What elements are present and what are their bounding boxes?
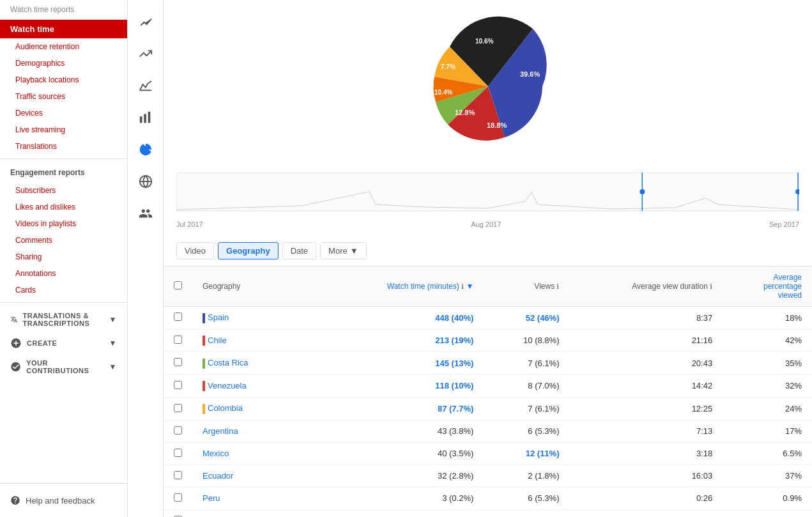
color-bar bbox=[203, 313, 205, 323]
geo-name-link[interactable]: Peru bbox=[203, 493, 220, 503]
row-checkbox[interactable] bbox=[174, 313, 182, 321]
table-cell-watch-time: 2 (0.2%) bbox=[321, 509, 484, 517]
icon-bar bbox=[128, 0, 164, 517]
translations-transcriptions-section[interactable]: TRANSLATIONS & TRANSCRIPTIONS ▼ bbox=[0, 307, 127, 332]
geo-name-link[interactable]: Chile bbox=[208, 336, 227, 345]
geo-name-link[interactable]: Spain bbox=[208, 313, 229, 322]
views-info-icon: ℹ bbox=[556, 282, 559, 290]
filter-video-btn[interactable]: Video bbox=[176, 242, 214, 259]
geo-name-link[interactable]: Venezuela bbox=[208, 381, 247, 390]
table-cell-avg-duration: 12:25 bbox=[569, 397, 723, 421]
table-cell-avg-duration: 20:43 bbox=[569, 352, 723, 375]
filter-date-btn[interactable]: Date bbox=[282, 242, 316, 259]
svg-rect-2 bbox=[139, 116, 142, 123]
table-row: Peru3 (0.2%)6 (5.3%)0:260.9% bbox=[164, 487, 812, 509]
filter-geography-btn[interactable]: Geography bbox=[218, 242, 279, 259]
table-cell-views: 6 (5.3%) bbox=[484, 420, 569, 442]
table-cell-avg-pct: 18% bbox=[723, 307, 812, 330]
pie-label-other: 10.6% bbox=[475, 38, 493, 45]
color-bar bbox=[203, 381, 205, 391]
table-cell-geography: Argentina bbox=[192, 420, 321, 442]
icon-bar-people[interactable] bbox=[130, 198, 161, 229]
icon-bar-trend-chart[interactable] bbox=[130, 38, 161, 69]
row-checkbox[interactable] bbox=[174, 336, 182, 344]
table-cell-watch-time: 43 (3.8%) bbox=[321, 420, 484, 442]
sidebar-item-watch-time[interactable]: Watch time bbox=[0, 20, 127, 38]
table-cell-avg-pct: 35% bbox=[723, 352, 812, 375]
table-cell-watch-time: 32 (2.8%) bbox=[321, 465, 484, 487]
table-cell-views: 7 (6.1%) bbox=[484, 352, 569, 375]
sort-arrow: ▼ bbox=[466, 282, 473, 291]
row-checkbox[interactable] bbox=[174, 404, 182, 412]
icon-bar-area-chart[interactable] bbox=[130, 70, 161, 101]
row-checkbox[interactable] bbox=[174, 449, 182, 457]
icon-bar-line-chart[interactable] bbox=[130, 6, 161, 37]
help-icon bbox=[10, 495, 20, 505]
geo-name-link[interactable]: Costa Rica bbox=[208, 358, 249, 367]
pie-label-colombia: 7.7% bbox=[441, 63, 456, 70]
table-cell-avg-duration: 0:26 bbox=[569, 487, 723, 509]
sidebar-item-audience-retention[interactable]: Audience retention bbox=[0, 38, 127, 55]
timeline-container: Jul 2017 Aug 2017 Sep 2017 bbox=[164, 173, 812, 229]
contributions-section[interactable]: YOUR CONTRIBUTIONS ▼ bbox=[0, 354, 127, 380]
icon-bar-bar-chart[interactable] bbox=[130, 102, 161, 133]
sidebar: Watch time reports Watch time Audience r… bbox=[0, 0, 128, 517]
geo-name-link[interactable]: Mexico bbox=[203, 449, 229, 458]
table-row: Colombia87 (7.7%)7 (6.1%)12:2524% bbox=[164, 397, 812, 421]
svg-point-9 bbox=[640, 189, 645, 194]
sidebar-item-live-streaming[interactable]: Live streaming bbox=[0, 121, 127, 138]
table-cell-watch-time: 213 (19%) bbox=[321, 329, 484, 352]
table-cell-views: 52 (46%) bbox=[484, 307, 569, 330]
expand-icon: ▼ bbox=[109, 315, 117, 324]
table-cell-watch-time: 3 (0.2%) bbox=[321, 487, 484, 509]
table-cell-geography: Venezuela bbox=[192, 374, 321, 397]
table-row: Chile213 (19%)10 (8.8%)21:1642% bbox=[164, 329, 812, 352]
table-cell-geography: Chile bbox=[192, 329, 321, 352]
row-checkbox[interactable] bbox=[174, 358, 182, 366]
table-cell-views: 10 (8.8%) bbox=[484, 329, 569, 352]
svg-rect-3 bbox=[144, 114, 146, 123]
row-checkbox[interactable] bbox=[174, 426, 182, 435]
geo-name-link[interactable]: Colombia bbox=[208, 403, 243, 413]
geo-name-link[interactable]: Ecuador bbox=[203, 471, 233, 481]
sidebar-item-cards[interactable]: Cards bbox=[0, 282, 127, 298]
watch-reports-header: Watch time reports bbox=[10, 5, 74, 14]
sidebar-item-subscribers[interactable]: Subscribers bbox=[0, 182, 127, 199]
table-cell-watch-time: 118 (10%) bbox=[321, 374, 484, 397]
sidebar-item-traffic-sources[interactable]: Traffic sources bbox=[0, 88, 127, 105]
col-header-views[interactable]: Views ℹ bbox=[484, 266, 569, 307]
create-section[interactable]: CREATE ▼ bbox=[0, 332, 127, 354]
sidebar-item-playback-locations[interactable]: Playback locations bbox=[0, 72, 127, 88]
col-header-avg-pct[interactable]: Averagepercentageviewed bbox=[723, 266, 812, 307]
icon-bar-globe[interactable] bbox=[130, 166, 161, 197]
table-cell-views: 1 (0.9%) bbox=[484, 509, 569, 517]
sidebar-item-devices[interactable]: Devices bbox=[0, 105, 127, 121]
row-checkbox[interactable] bbox=[174, 381, 182, 389]
table-cell-geography: Guatemala bbox=[192, 509, 321, 517]
geo-name-link[interactable]: Argentina bbox=[203, 426, 238, 436]
color-bar bbox=[203, 359, 205, 369]
sidebar-item-likes-dislikes[interactable]: Likes and dislikes bbox=[0, 199, 127, 215]
select-all-checkbox[interactable] bbox=[174, 281, 182, 289]
sidebar-item-sharing[interactable]: Sharing bbox=[0, 249, 127, 265]
col-header-avg-duration[interactable]: Average view duration ℹ bbox=[569, 266, 723, 307]
table-cell-avg-pct: 42% bbox=[723, 329, 812, 352]
table-row: Venezuela118 (10%)8 (7.0%)14:4232% bbox=[164, 374, 812, 397]
sidebar-item-demographics[interactable]: Demographics bbox=[0, 55, 127, 72]
sidebar-item-annotations[interactable]: Annotations bbox=[0, 265, 127, 282]
sidebar-item-comments[interactable]: Comments bbox=[0, 232, 127, 249]
table-cell-views: 8 (7.0%) bbox=[484, 374, 569, 397]
col-header-watch-time[interactable]: Watch time (minutes) ℹ ▼ bbox=[321, 266, 484, 307]
contributions-icon bbox=[10, 361, 21, 373]
icon-bar-pie-chart[interactable] bbox=[130, 134, 161, 165]
filter-more-btn[interactable]: More ▼ bbox=[320, 242, 367, 259]
sidebar-item-videos-playlists[interactable]: Videos in playlists bbox=[0, 215, 127, 232]
sidebar-item-translations[interactable]: Translations bbox=[0, 138, 127, 155]
info-icon: ℹ bbox=[461, 282, 464, 290]
expand-icon-contrib: ▼ bbox=[109, 362, 117, 371]
help-feedback-button[interactable]: Help and feedback bbox=[0, 490, 127, 511]
color-bar bbox=[203, 336, 205, 346]
row-checkbox[interactable] bbox=[174, 471, 182, 479]
main-content: 39.6% 18.8% 12.8% 10.4% 7.7% 10.6% Jul 2… bbox=[164, 0, 812, 517]
row-checkbox[interactable] bbox=[174, 493, 182, 502]
